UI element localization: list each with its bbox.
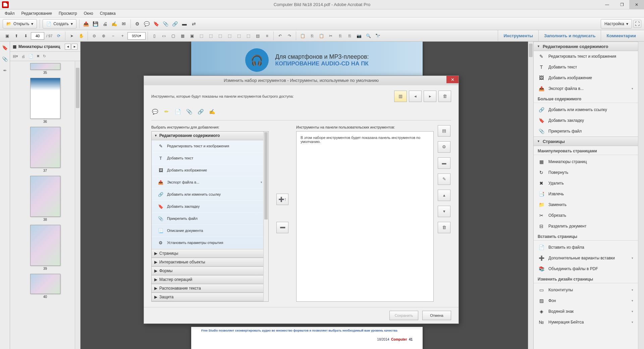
t4-icon[interactable]: ⬚	[225, 32, 234, 40]
tree-item[interactable]: TДобавить текст	[152, 152, 268, 164]
tree-category[interactable]: ▶Страницы	[152, 249, 268, 258]
hand-icon[interactable]: ✋	[77, 32, 86, 40]
mail-icon[interactable]: ✉	[120, 20, 128, 28]
plus-icon[interactable]: +	[118, 32, 127, 40]
sig-icon[interactable]: ✒	[2, 67, 8, 74]
comment-icon[interactable]: 💬	[143, 20, 151, 28]
search-icon[interactable]: 🔍	[364, 32, 373, 40]
copy-icon[interactable]: ⎘	[308, 32, 316, 40]
rightpanel-scrollbar[interactable]	[638, 42, 644, 349]
thumb-35[interactable]	[30, 63, 60, 70]
tool-item[interactable]: ⊟Разделить документ	[534, 221, 638, 232]
clip-icon[interactable]: 📎	[2, 56, 8, 62]
tool-item[interactable]: 🖼Добавить изображение	[534, 72, 638, 83]
tool-item[interactable]: 📎Прикрепить файл	[534, 126, 638, 137]
create-button[interactable]: 📄 Создать ▾	[43, 19, 76, 29]
t7-icon[interactable]: ▤	[253, 32, 262, 40]
zoom-in-sel-icon[interactable]: ⊕	[99, 32, 108, 40]
two-page-icon[interactable]: ▣	[187, 32, 196, 40]
minus-icon[interactable]: −	[109, 32, 117, 40]
thumb-37[interactable]	[30, 127, 60, 168]
zoom-combo[interactable]: 95% ▾	[127, 32, 146, 40]
cancel-button[interactable]: Отмена	[422, 311, 451, 320]
print-icon[interactable]: 🖨	[101, 20, 109, 28]
tree-item[interactable]: 📎Прикрепить файл	[152, 213, 268, 225]
move-up-button[interactable]: ▴	[438, 190, 450, 201]
tree-scrollbar[interactable]	[263, 132, 268, 301]
link-icon[interactable]: 🔗	[171, 20, 179, 28]
open-button[interactable]: 📂 Открыть ▾	[3, 19, 37, 29]
qa-icon-3[interactable]: 📄	[174, 108, 181, 115]
tool-item[interactable]: ↻Повернуть	[534, 167, 638, 178]
qa-icon-6[interactable]: ✍	[208, 108, 216, 115]
menu-help[interactable]: Справка	[97, 11, 119, 16]
r-btn-1[interactable]: ▤	[438, 125, 450, 137]
tool-item[interactable]: ✂Обрезать	[534, 210, 638, 221]
delete-toolset-button[interactable]: 🗑	[438, 91, 451, 102]
section-edit-content[interactable]: ▼Редактирование содержимого	[534, 42, 638, 51]
menu-edit[interactable]: Редактирование	[18, 11, 55, 16]
dialog-close-button[interactable]: ✕	[446, 76, 459, 83]
thumbs-tb5[interactable]: ↻	[43, 54, 46, 58]
menu-window[interactable]: Окно	[80, 11, 97, 16]
menu-view[interactable]: Просмотр	[55, 11, 80, 16]
tool-item[interactable]: ✎Редактировать текст и изображения	[534, 51, 638, 62]
bookmark-icon[interactable]: 🔖	[2, 44, 8, 51]
thumbs-tb3[interactable]: 📄	[29, 54, 33, 58]
tool-item[interactable]: 🔗Добавить или изменить ссылку	[534, 104, 638, 115]
tree-category[interactable]: ▶Формы	[152, 266, 268, 275]
select-icon[interactable]: ➤	[67, 32, 76, 40]
t2-icon[interactable]: ⬚	[206, 32, 215, 40]
stamp-icon[interactable]: 🔖	[152, 20, 160, 28]
prev-toolset-button[interactable]: ◂	[409, 91, 422, 102]
cut-icon[interactable]: ✂	[326, 32, 335, 40]
tree-category[interactable]: ▶Распознавание текста	[152, 284, 268, 293]
camera-icon[interactable]: 📷	[355, 32, 363, 40]
tree-item[interactable]: 🔗Добавить или изменить ссылку	[152, 189, 268, 201]
sign-icon[interactable]: ✍	[110, 20, 118, 28]
tab-fill-sign[interactable]: Заполнить и подписать	[538, 30, 601, 42]
qa-icon-5[interactable]: 🔗	[197, 108, 204, 115]
r-delete-button[interactable]: 🗑	[438, 222, 450, 233]
dup2-icon[interactable]: ⎘	[345, 32, 354, 40]
customize-button[interactable]: Настройка ▾	[601, 19, 632, 29]
fullscreen-icon[interactable]: ⛶	[633, 20, 641, 28]
tab-comments[interactable]: Комментарии	[601, 30, 641, 42]
gear-icon[interactable]: ⚙	[133, 20, 142, 28]
zoom-out-sel-icon[interactable]: ⊖	[90, 32, 99, 40]
t1-icon[interactable]: ⬚	[197, 32, 206, 40]
thumbs-next[interactable]: ▸	[71, 44, 77, 50]
menu-file[interactable]: Файл	[1, 11, 18, 16]
save-icon[interactable]: 💾	[92, 20, 100, 28]
undo-icon[interactable]: ↶	[276, 32, 284, 40]
r-btn-3[interactable]: ▬	[438, 157, 450, 169]
tree-item[interactable]: ✎Редактировать текст и изображения	[152, 140, 268, 152]
tool-item[interactable]: 📑Извлечь	[534, 189, 638, 199]
qa-icon-4[interactable]: 📎	[185, 108, 193, 115]
r-btn-2[interactable]: ⚙	[438, 141, 450, 153]
tool-item[interactable]: TДобавить текст	[534, 62, 638, 72]
thumb-38[interactable]	[30, 176, 60, 217]
new-toolset-button[interactable]: ▥	[394, 91, 407, 102]
r-btn-4[interactable]: ✎	[438, 173, 450, 185]
redact-icon[interactable]: ▬	[180, 20, 189, 28]
qa-icon-2[interactable]: ✏	[163, 108, 170, 115]
minimize-button[interactable]: —	[600, 0, 614, 9]
tool-item[interactable]: ✖Удалить	[534, 178, 638, 189]
tool-item[interactable]: 📄Вставить из файла	[534, 242, 638, 253]
thumbs-tb1[interactable]: ▤▾	[13, 54, 18, 58]
tree-category[interactable]: ▶Защита	[152, 293, 268, 301]
tool-item[interactable]: 📚Объединить файлы в PDF	[534, 263, 638, 274]
page-up-icon[interactable]: ⬆	[12, 32, 21, 40]
t5-icon[interactable]: ⬚	[234, 32, 243, 40]
tree-item[interactable]: ⚙Установить параметры открытия	[152, 237, 268, 249]
tab-tools[interactable]: Инструменты	[498, 30, 538, 42]
thumbs-tb4[interactable]: ✖	[37, 54, 40, 58]
tree-cat-edit[interactable]: ▼Редактирование содержимого	[152, 132, 268, 140]
dup-icon[interactable]: ⎘	[336, 32, 344, 40]
paste-icon[interactable]: 📋	[317, 32, 326, 40]
move-down-button[interactable]: ▾	[438, 206, 450, 217]
tool-item[interactable]: 🔖Добавить закладку	[534, 115, 638, 126]
fit-page-icon[interactable]: ▯	[150, 32, 159, 40]
tool-item[interactable]: ▨Фон▾	[534, 295, 638, 306]
